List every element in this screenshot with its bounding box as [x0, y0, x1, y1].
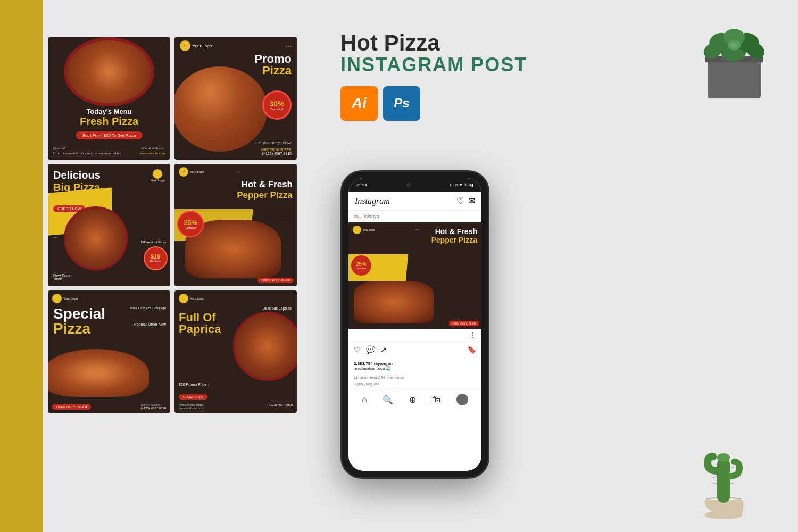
card4-title: Hot & Fresh Pepper Pizza [237, 180, 293, 201]
price-badge-3: $19 Per Pizza [144, 246, 168, 270]
big-pizza-label: Big Pizza [53, 181, 101, 194]
full-of-label: Full Of [179, 312, 221, 323]
svg-rect-11 [717, 458, 730, 503]
pepper-pizza-label: Pepper Pizza [237, 190, 293, 201]
card5-logo-icon [52, 294, 62, 303]
card5-logo: Your Logo [52, 294, 78, 303]
card6-logo: Your Logo [179, 294, 204, 303]
nav-add-icon[interactable]: ⊕ [409, 395, 416, 405]
nav-shop-icon[interactable]: 🛍 [432, 395, 440, 404]
cashback-badge-2: 30% Cashback [262, 90, 292, 120]
card3-title: Delicious Big Pizza [53, 169, 101, 194]
post-card-3: Your Logo Delicious Big Pizza ORDER NOW … [48, 164, 170, 286]
card4-logo-lbl: Your Logo [190, 170, 204, 173]
ig-delivery: Delivery Service (+123) 4567 8910 [426, 259, 477, 262]
ig-three-dots-row: ⋮ [348, 329, 481, 342]
paprica-label: Paprica [179, 323, 221, 335]
card6-bottom: More Pizza Menu www.website.com (+123) 4… [179, 403, 293, 410]
ai-badge: Ai [340, 86, 378, 121]
official-website: Official Website : www.website.com [139, 146, 165, 155]
card6-title: Full Of Paprica [179, 312, 221, 335]
title-block: Hot Pizza INSTAGRAM POST [340, 32, 606, 76]
nav-profile-icon[interactable] [456, 394, 468, 405]
ig-post-image: Your Logo ··· Hot & Fresh Pepper Pizza 2… [348, 222, 481, 329]
ig-pizza-image [354, 281, 434, 323]
special-label: Special [53, 306, 105, 321]
card5-title: Special Pizza [53, 306, 105, 336]
today-menu-label: Today's Menu [48, 107, 170, 115]
right-section: Hot Pizza INSTAGRAM POST Ai Ps [340, 32, 606, 121]
pizza-image-1 [64, 37, 154, 106]
svg-point-9 [731, 43, 737, 48]
phone-notch: 22:54 0.3K▼ ⊞ 4▮ [348, 178, 481, 192]
cb-lbl-4: Cashback [185, 226, 196, 229]
ig-pepper: Pepper Pizza [431, 236, 477, 244]
left-gold-bar [0, 0, 43, 532]
promo-title: Promo Pizza [254, 53, 292, 77]
plant-bottom-right [692, 436, 755, 516]
different-label: Different La Pizza [141, 240, 166, 244]
ig-cb-lbl: Cashback [356, 267, 366, 270]
card5-logo-lbl: Your Logo [63, 297, 78, 300]
post-card-1: Today's Menu Fresh Pizza Start From $25 … [48, 37, 170, 160]
ig-cb-pct: 25% [356, 262, 367, 267]
cashback-pct-2: 30% [269, 100, 284, 107]
ig-user-row: ini... lainnya [348, 211, 481, 222]
order-info-2: ORDER BURGER (+123) 4567 8910 [261, 148, 292, 155]
delivery-4: Delivery Service (+123) 4567 8910 [263, 213, 293, 221]
ig-post-logo-label: Your Logo [363, 228, 375, 231]
share-icon[interactable]: ↗ [380, 345, 387, 354]
software-badges: Ai Ps [340, 86, 606, 121]
website-6: More Pizza Menu www.website.com [179, 403, 204, 410]
per-pizza-3: Per Pizza [150, 260, 161, 263]
ig-actions: ♡ 💬 ↗ 🔖 [348, 342, 481, 357]
comment-icon[interactable]: 💬 [366, 345, 375, 354]
nav-home-icon[interactable]: ⌂ [362, 395, 367, 404]
price-only-5: Price Only $25 / Package [130, 306, 166, 310]
succulent-svg [697, 16, 771, 101]
more-info: More Info : Lorem ipsum dolor sit amet, … [53, 146, 121, 155]
status-right: 0.3K▼ ⊞ 4▮ [450, 182, 473, 187]
three-dots-icon[interactable]: ⋮ [469, 331, 476, 339]
delicious-lbl-6: Delicious Lapizza [263, 306, 292, 310]
post-card-2: 🍕 Your Logo ··· Promo Pizza 30% Cashback… [174, 37, 297, 160]
save-icon[interactable]: 🔖 [467, 345, 476, 354]
main-content: Today's Menu Fresh Pizza Start From $25 … [43, 0, 798, 532]
hot-fresh-label: Hot & Fresh [237, 180, 293, 190]
price-3: $19 [151, 254, 160, 260]
open-daily-4: OPEN DAILY: 09 AM [257, 278, 294, 283]
card4-logo-icon: 🍕 [179, 167, 188, 177]
cashback-badge-4: 25% Cashback [177, 211, 204, 237]
ig-time: 3 jam yang lalu [348, 382, 481, 389]
start-btn-1[interactable]: Start From $25 To Get Pizza [76, 131, 143, 139]
phone-mockup: 22:54 0.3K▼ ⊞ 4▮ Instagram ♡ ✉ ini... la… [340, 170, 489, 479]
ig-icons: ♡ ✉ [456, 196, 475, 206]
messenger-icon[interactable]: ✉ [468, 196, 475, 206]
new-taste-label: New Taste Taste [53, 273, 71, 281]
svg-line-17 [730, 483, 734, 484]
card6-logo-lbl: Your Logo [190, 297, 204, 300]
card2-pizza-image [174, 66, 268, 152]
card6-order-btn[interactable]: ORDER NOW [179, 394, 207, 400]
svg-line-15 [730, 467, 734, 468]
nav-search-icon[interactable]: 🔍 [383, 395, 393, 405]
sub-title: INSTAGRAM POST [340, 54, 606, 76]
pizza-word-5: Pizza [53, 321, 105, 336]
ps-badge: Ps [383, 86, 420, 121]
post-card-6: Your Logo Delicious Lapizza Full Of Papr… [174, 290, 297, 413]
popular-5: Popular Order Now [134, 322, 166, 326]
card3-logo-txt: Your Logo [151, 179, 165, 182]
ig-post-inner: Your Logo ··· Hot & Fresh Pepper Pizza 2… [348, 222, 481, 329]
status-time: 22:54 [356, 182, 367, 187]
cactus-svg [692, 436, 755, 521]
svg-line-13 [713, 476, 717, 478]
phone-camera [406, 183, 411, 187]
svg-point-18 [717, 453, 730, 462]
card2-logo-icon: 🍕 [180, 40, 190, 51]
ig-username: mechanical orca 🌊 [354, 366, 476, 371]
heart-icon[interactable]: ♡ [456, 196, 464, 206]
posts-grid: Today's Menu Fresh Pizza Start From $25 … [48, 37, 297, 413]
ig-post-logo: Your Logo [353, 226, 375, 234]
like-icon[interactable]: ♡ [354, 345, 361, 354]
phone-delivery-5: Delivery Service (+123) 4567 8910 [140, 403, 166, 410]
